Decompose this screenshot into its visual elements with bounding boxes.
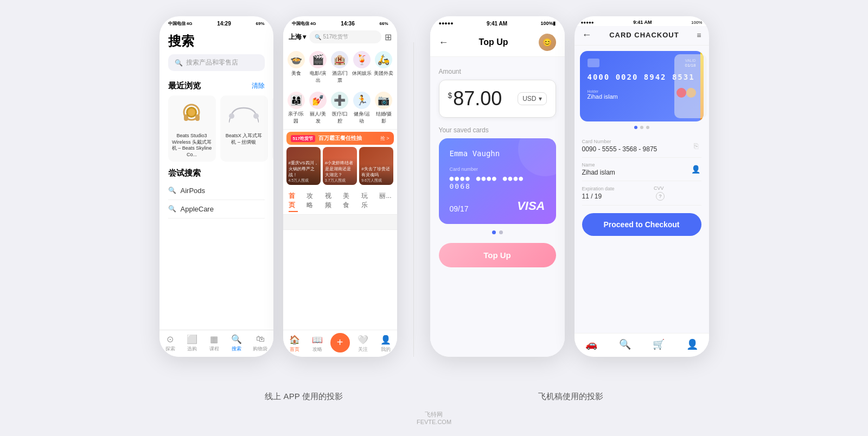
search-icon-airpods: 🔍 [168,187,176,194]
mt-cat-label-4: 美团外卖 [374,70,393,77]
mt-food-title-0: #重庆VS四川，火锅的尊严之战！ [289,160,318,178]
cc-header: ← CARD CHACKOUT ≡ [575,26,709,46]
cc-back-btn[interactable]: ← [582,29,592,41]
mt-cat-9[interactable]: 📷 结婚/摄影 [373,89,394,127]
mt-cat-5[interactable]: 👨‍👩‍👧 亲子/乐园 [285,89,307,127]
svg-rect-2 [195,114,200,121]
mt-cat-1[interactable]: 🎬 电影/演出 [307,49,329,86]
mt-food-1[interactable]: #小龙虾终结者是是湖南还是大湖北？ 3.7万人围观 [323,147,357,185]
mt-cat-6[interactable]: 💅 丽人/美发 [307,89,329,127]
time-1: 14:29 [217,21,231,27]
search-input-bar[interactable]: 🔍 搜索产品和零售店 [168,54,265,71]
mt-nav-follow[interactable]: 🤍 关注 [352,330,374,357]
clear-btn[interactable]: 清除 [252,81,265,91]
mt-tab-food[interactable]: 美食 [343,191,353,212]
cc-expiry-content: Expiration date 11 / 19 [582,186,630,200]
try-item-1[interactable]: 🔍 AppleCare [168,200,265,219]
cc-status-bar: ●●●●● 9:41 AM 100% [575,16,709,26]
topup-btn[interactable]: Top Up [439,243,556,267]
mt-tab-recommend[interactable]: 首页 [289,191,298,212]
mt-nav-home-icon: 🏠 [289,335,300,345]
mt-cat-0[interactable]: 🍲 美食 [285,49,307,86]
battery-3: 100%▮ [540,21,556,26]
cc-nav-user[interactable]: 👤 [686,338,698,350]
mt-cat-icon-9: 📷 [375,92,392,109]
product-card-1[interactable]: BeatsX 入耳式耳机 – 丝绸银 [220,95,268,162]
footer-line1: 飞特网 [417,411,451,419]
mt-promo-bar[interactable]: 517吃货节 百万霸王餐任性抽 抢 > [286,132,394,145]
svg-point-6 [253,113,259,119]
try-item-0[interactable]: 🔍 AirPods [168,182,265,200]
footer-brand: 飞特网 FEVTE.COM [417,411,451,425]
mt-tab-beauty[interactable]: 丽... [379,191,391,212]
product-card-0[interactable]: Beats Studio3 Wireless 头戴式耳机 – Beats Sky… [168,95,216,162]
mt-cat-3[interactable]: 🍹 休闲娱乐 [351,49,373,86]
nav-explore-icon: ⊙ [165,334,176,344]
mt-tab-video[interactable]: 视频 [325,191,335,212]
cc-menu-icon[interactable]: ≡ [697,31,701,40]
cc-holder-name: Zihad islam [588,93,618,100]
mt-cat-icon-5: 👨‍👩‍👧 [288,92,305,109]
cc-card-ghost [674,54,707,118]
mt-nav-guide[interactable]: 📖 攻略 [306,330,329,357]
nav-course-icon: ▦ [209,334,220,344]
cc-time: 9:41 AM [633,20,652,25]
topup-back-btn[interactable]: ← [439,37,449,48]
cc-cvv-help[interactable]: ? [656,192,665,201]
mt-nav-follow-label: 关注 [358,346,368,353]
cc-nav-cart[interactable]: 🛒 [653,338,665,350]
saved-card[interactable]: Emma Vaughn Card number ●●●● ●●●● ●●●● 0… [439,138,556,224]
mt-promo-btn[interactable]: 抢 > [380,135,390,142]
mt-city-label: 上海 [289,33,302,42]
mt-cat-icon-4: 🛵 [375,51,392,68]
mt-nav-mine[interactable]: 👤 我的 [374,330,397,357]
currency-selector[interactable]: USD ▾ [518,92,546,105]
mt-cat-label-5: 亲子/乐园 [286,111,306,125]
nav-course[interactable]: ▦ 课程 [209,334,220,352]
time-2: 14:36 [341,21,355,27]
cc-nav-search[interactable]: 🔍 [619,338,631,350]
mt-cat-2[interactable]: 🏨 酒店/门票 [329,49,350,86]
cc-card-carousel: VALID 01/18 4000 0020 8942 8531 Holder Z… [575,46,709,121]
mt-food-2[interactable]: #失去了珍贵还有灵魂吗 9.6万人围观 [359,147,393,185]
cc-dot-0 [634,126,637,129]
nav-explore[interactable]: ⊙ 探索 [165,334,176,352]
product-card-2[interactable]: AirPods（充电盒） [272,95,273,162]
mt-cat-7[interactable]: ➕ 医疗/口腔 [329,89,350,127]
nav-shop[interactable]: ⬜ 选购 [187,334,197,352]
mt-cat-label-0: 美食 [291,70,301,77]
mt-cat-icon-3: 🍹 [353,51,371,68]
mt-tab-nearby[interactable]: 攻略 [307,191,316,212]
mt-food-title-1: #小龙虾终结者是是湖南还是大湖北？ [325,160,355,178]
signal-3: ●●●●● [439,21,454,26]
mt-search-text: 517吃货节 [323,33,349,41]
time-3: 9:41 AM [487,21,507,27]
nav-search[interactable]: 🔍 搜索 [231,334,242,352]
cc-expiry-value: 11 / 19 [582,193,630,200]
search-page-title: 搜索 [159,28,273,54]
mt-cat-4[interactable]: 🛵 美团外卖 [373,49,394,86]
mt-scan-icon[interactable]: ⊞ [385,32,392,42]
nav-bag[interactable]: 🛍 购物袋 [253,334,267,352]
mt-search-bar[interactable]: 🔍 517吃货节 [309,30,381,43]
mt-food-grid: #重庆VS四川，火锅的尊严之战！ 4.5万人围观 #小龙虾终结者是是湖南还是大湖… [283,147,397,187]
mt-search-icon: 🔍 [315,34,321,40]
product-name-0: Beats Studio3 Wireless 头戴式耳机 – Beats Sky… [171,133,213,158]
cc-nav-car[interactable]: 🚗 [585,338,597,350]
amount-box[interactable]: $ 87.00 USD ▾ [439,80,556,118]
mt-cat-icon-7: ➕ [331,92,348,109]
mt-tab-play[interactable]: 玩乐 [361,191,371,212]
mt-cat-8[interactable]: 🏃 健身/运动 [351,89,373,127]
product-name-1: BeatsX 入耳式耳机 – 丝绸银 [224,133,265,145]
mt-nav-home[interactable]: 🏠 首页 [283,330,306,357]
mt-city[interactable]: 上海 ▾ [289,33,306,42]
battery-1: 69% [256,21,264,26]
cc-chip [588,59,599,67]
try-search-section: 尝试搜索 🔍 AirPods 🔍 AppleCare [159,168,273,219]
cc-copy-icon[interactable]: ⎘ [691,140,701,151]
mt-nav-add[interactable]: + [329,330,352,357]
cc-dot-2 [646,126,649,129]
checkout-btn[interactable]: Proceed to Checkout [582,213,701,236]
mt-food-0[interactable]: #重庆VS四川，火锅的尊严之战！ 4.5万人围观 [286,147,321,185]
svg-point-4 [188,108,195,116]
